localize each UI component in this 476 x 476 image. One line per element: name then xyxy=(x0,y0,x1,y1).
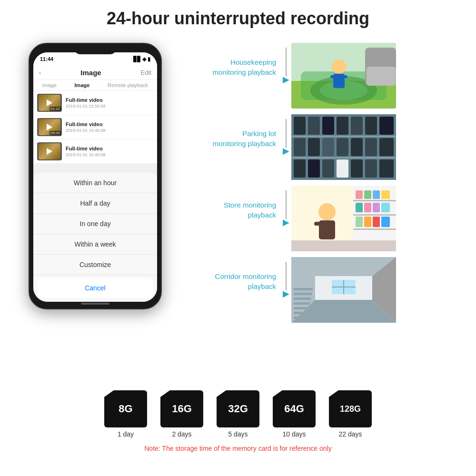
svg-rect-74 xyxy=(294,307,309,309)
svg-rect-24 xyxy=(322,138,334,156)
connector-2: ▶ xyxy=(281,114,291,155)
svg-rect-72 xyxy=(294,298,311,300)
svg-rect-25 xyxy=(337,138,348,156)
connector-line-3 xyxy=(286,190,287,219)
option-within-week[interactable]: Within a week xyxy=(33,234,157,255)
monitoring-section: Housekeepingmonitoring playback ▶ xyxy=(186,43,466,328)
svg-rect-52 xyxy=(364,217,371,227)
svg-rect-29 xyxy=(294,159,306,178)
monitoring-label-text-1: Housekeepingmonitoring playback xyxy=(213,58,276,76)
sdcard-label-16g: 16G xyxy=(172,403,192,415)
svg-rect-30 xyxy=(308,159,320,178)
option-one-day[interactable]: In one day xyxy=(33,214,157,234)
video-list: 01:22 Full-time video 2019-01-01 15:50:0… xyxy=(33,91,157,164)
svg-rect-76 xyxy=(294,317,307,319)
video-item-3: Full-time video 2019-01-01 15:40:08 xyxy=(33,139,157,164)
sdcard-item-64g: 64G ▶ 10 days xyxy=(273,390,316,438)
cancel-button[interactable]: Cancel xyxy=(37,278,153,298)
sdcard-days-128g: 22 days xyxy=(338,430,362,438)
tab-image2[interactable]: Image xyxy=(75,82,90,88)
svg-rect-7 xyxy=(330,75,336,78)
svg-rect-20 xyxy=(365,117,377,135)
edit-button[interactable]: Edit xyxy=(141,69,151,76)
monitoring-label-4: Corridor monitoringplayback xyxy=(186,257,281,291)
monitoring-row-3: Store monitoringplayback ▶ xyxy=(186,186,466,251)
housekeeping-svg xyxy=(291,43,396,109)
svg-rect-40 xyxy=(353,214,396,216)
monitoring-row-4: Corridor monitoringplayback ▶ xyxy=(186,257,466,323)
svg-rect-21 xyxy=(379,117,394,135)
monitoring-label-3: Store monitoringplayback xyxy=(186,186,281,220)
svg-rect-51 xyxy=(356,217,363,227)
phone-mockup-section: 11:44 ▊▊ ◈ ▮ ‹ Image Edit image Image Re… xyxy=(19,43,171,309)
svg-rect-28 xyxy=(379,138,394,156)
parking-image xyxy=(291,114,396,180)
bottom-sheet: Within an hour Half a day In one day Wit… xyxy=(33,173,157,302)
svg-rect-39 xyxy=(353,200,396,201)
svg-rect-16 xyxy=(308,117,320,135)
svg-rect-71 xyxy=(294,293,312,295)
svg-rect-53 xyxy=(373,217,380,227)
video-info-2: Full-time video 2019-01-01 15:45:08 xyxy=(66,121,153,133)
video-title-2: Full-time video xyxy=(66,121,153,127)
video-info-1: Full-time video 2019-01-01 15:50:08 xyxy=(66,97,153,109)
note-text: Note: The storage time of the memory car… xyxy=(144,445,331,452)
svg-rect-14 xyxy=(291,157,396,159)
svg-rect-73 xyxy=(294,302,310,305)
video-item-1: 01:22 Full-time video 2019-01-01 15:50:0… xyxy=(33,91,157,115)
svg-rect-44 xyxy=(364,190,371,199)
arrow-icon-1: ▶ xyxy=(283,75,289,84)
svg-rect-23 xyxy=(308,138,320,156)
video-duration-2: 05:00 xyxy=(50,131,61,135)
svg-rect-49 xyxy=(373,203,380,212)
svg-rect-31 xyxy=(322,159,334,178)
video-item-2: 05:00 Full-time video 2019-01-01 15:45:0… xyxy=(33,115,157,139)
svg-rect-48 xyxy=(364,203,371,212)
phone-tabs: image Image Remote playback xyxy=(33,80,157,91)
svg-rect-43 xyxy=(356,190,363,199)
phone-time: 11:44 xyxy=(40,56,53,62)
sdcard-notch-8g: ▶ xyxy=(146,407,149,412)
option-customize[interactable]: Customize xyxy=(33,255,157,275)
tab-remote-playback[interactable]: Remote playback xyxy=(108,82,148,88)
video-thumb-1: 01:22 xyxy=(37,94,62,112)
monitoring-label-text-4: Corridor monitoringplayback xyxy=(215,272,276,290)
svg-rect-27 xyxy=(365,138,377,156)
sdcard-item-128g: 128G ▶ 22 days xyxy=(329,390,372,438)
svg-rect-47 xyxy=(356,203,363,212)
video-title-1: Full-time video xyxy=(66,97,153,103)
svg-rect-18 xyxy=(337,117,348,135)
phone-signal: ▊▊ ◈ ▮ xyxy=(133,56,150,62)
store-image xyxy=(291,186,396,251)
option-within-hour[interactable]: Within an hour xyxy=(33,173,157,193)
phone-status-bar: 11:44 ▊▊ ◈ ▮ xyxy=(33,52,157,66)
svg-rect-34 xyxy=(365,159,377,178)
svg-rect-33 xyxy=(351,159,363,178)
option-half-day[interactable]: Half a day xyxy=(33,193,157,214)
sdcard-label-64g: 64G xyxy=(284,403,304,415)
video-date-2: 2019-01-01 15:45:08 xyxy=(66,128,153,133)
svg-rect-19 xyxy=(351,117,363,135)
tab-image1[interactable]: image xyxy=(42,82,57,88)
svg-rect-10 xyxy=(367,67,396,86)
back-button[interactable]: ‹ xyxy=(39,69,41,76)
video-title-3: Full-time video xyxy=(66,146,153,151)
sdcard-section: 8G ▶ 1 day 16G ▶ 2 days 32G ▶ 5 days 64G… xyxy=(0,390,476,452)
svg-point-5 xyxy=(332,60,346,74)
svg-rect-54 xyxy=(381,217,390,227)
sdcard-item-32g: 32G ▶ 5 days xyxy=(217,390,259,438)
connector-3: ▶ xyxy=(281,186,291,227)
svg-rect-46 xyxy=(381,190,390,199)
svg-rect-57 xyxy=(314,222,321,226)
sdcard-shape-32g: 32G ▶ xyxy=(217,390,259,427)
phone-header: ‹ Image Edit xyxy=(33,66,157,80)
play-icon-2 xyxy=(47,124,52,130)
connector-line-4 xyxy=(286,262,287,290)
sdcard-notch-16g: ▶ xyxy=(202,407,206,412)
svg-rect-58 xyxy=(328,222,335,226)
svg-rect-50 xyxy=(381,203,390,212)
sdcard-row: 8G ▶ 1 day 16G ▶ 2 days 32G ▶ 5 days 64G… xyxy=(104,390,372,438)
sdcard-shape-8g: 8G ▶ xyxy=(104,390,147,427)
svg-rect-59 xyxy=(291,240,396,251)
monitoring-label-text-3: Store monitoringplayback xyxy=(224,201,276,219)
